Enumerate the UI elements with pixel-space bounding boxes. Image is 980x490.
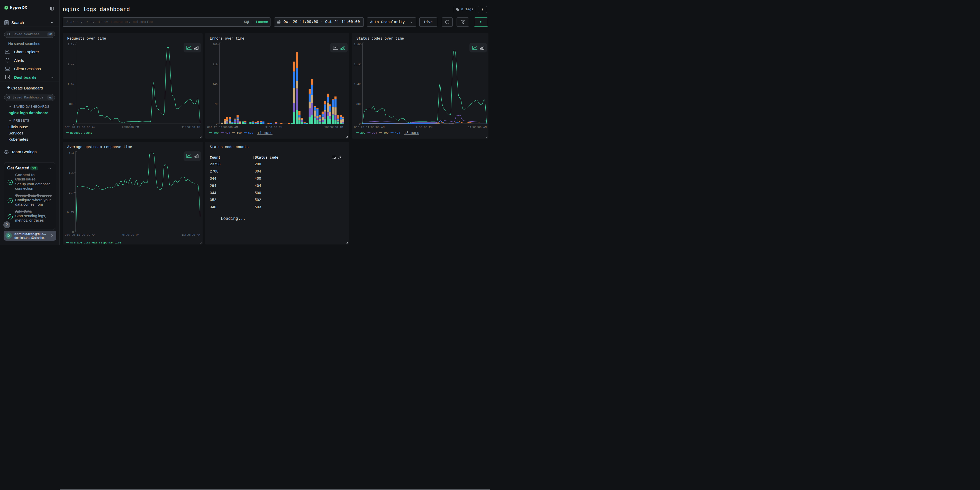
svg-text:9:30:00 PM: 9:30:00 PM xyxy=(122,234,139,237)
svg-text:800: 800 xyxy=(69,103,74,106)
svg-text:200: 200 xyxy=(360,131,365,134)
svg-text:304: 304 xyxy=(372,131,377,134)
svg-text:9:30:00 PM: 9:30:00 PM xyxy=(265,126,282,129)
svg-text:404: 404 xyxy=(395,131,400,134)
svg-text:0: 0 xyxy=(73,123,74,126)
svg-text:Request count: Request count xyxy=(70,131,92,134)
svg-text:1.6K: 1.6K xyxy=(67,83,74,86)
svg-text:0: 0 xyxy=(359,123,361,126)
svg-text:Average upstream response time: Average upstream response time xyxy=(70,241,121,244)
svg-text:11:00:00 AM: 11:00:00 AM xyxy=(181,234,200,237)
svg-text:11:00:00 AM: 11:00:00 AM xyxy=(181,126,200,129)
svg-text:280: 280 xyxy=(212,43,218,46)
svg-text:2.8K: 2.8K xyxy=(354,43,361,46)
svg-text:Oct 20 11:00:00 AM: Oct 20 11:00:00 AM xyxy=(207,126,238,129)
svg-text:140: 140 xyxy=(212,83,218,86)
svg-text:2.1K: 2.1K xyxy=(354,63,361,66)
svg-text:1.4K: 1.4K xyxy=(354,83,361,86)
svg-text:3.2K: 3.2K xyxy=(67,43,74,46)
svg-text:10:30:00 AM: 10:30:00 AM xyxy=(325,126,343,129)
svg-text:1.1: 1.1 xyxy=(68,171,74,174)
svg-text:502: 502 xyxy=(248,131,253,134)
svg-text:0.7: 0.7 xyxy=(68,191,74,194)
svg-text:404: 404 xyxy=(225,131,230,134)
svg-text:+1 more: +1 more xyxy=(257,131,272,135)
svg-text:9:30:00 PM: 9:30:00 PM xyxy=(415,126,433,129)
svg-text:700: 700 xyxy=(356,103,361,106)
svg-text:2.4K: 2.4K xyxy=(67,63,74,66)
svg-text:Oct 20 11:00:00 AM: Oct 20 11:00:00 AM xyxy=(65,234,95,237)
svg-text:0: 0 xyxy=(216,123,218,126)
svg-text:400: 400 xyxy=(214,131,219,134)
svg-text:9:30:00 PM: 9:30:00 PM xyxy=(122,126,139,129)
svg-text:11:00:00 AM: 11:00:00 AM xyxy=(468,126,487,129)
svg-text:400: 400 xyxy=(383,131,388,134)
svg-text:1.4: 1.4 xyxy=(68,152,74,155)
svg-text:+3 more: +3 more xyxy=(404,131,419,135)
svg-text:210: 210 xyxy=(212,63,218,66)
svg-text:0.35: 0.35 xyxy=(67,211,73,214)
svg-text:500: 500 xyxy=(237,131,242,134)
svg-text:Oct 20 11:00:00 AM: Oct 20 11:00:00 AM xyxy=(354,126,385,129)
svg-text:Oct 20 11:00:00 AM: Oct 20 11:00:00 AM xyxy=(65,126,95,129)
svg-text:70: 70 xyxy=(214,103,218,106)
